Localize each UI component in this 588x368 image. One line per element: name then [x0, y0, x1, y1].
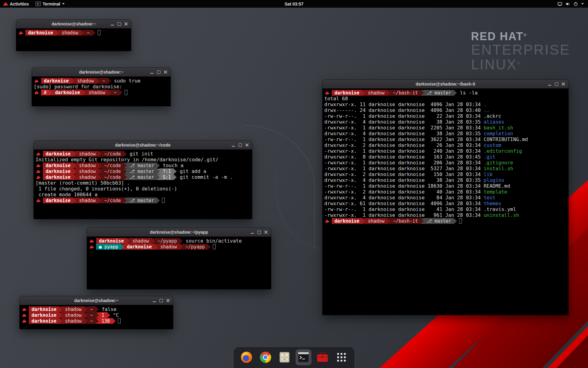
activities-button[interactable]: Activities [0, 0, 32, 8]
titlebar[interactable]: darknoise@shadow:~/bash-it [322, 80, 568, 89]
prompt-segment-path: ~ [111, 90, 119, 95]
close-button[interactable] [123, 21, 129, 27]
window-title: darknoise@shadow:~/code [115, 143, 171, 148]
close-button[interactable] [162, 69, 169, 75]
terminal-content[interactable]: darknoiseshadow~ sudo true[sudo] passwor… [32, 77, 171, 106]
terminal-text: completion [484, 131, 513, 136]
powerline-separator [152, 238, 155, 244]
terminal-line: -rwxrwxr-x. 1 darknoise darknoise 5327 J… [324, 166, 567, 171]
close-button[interactable] [560, 81, 567, 87]
minimize-button[interactable] [230, 142, 237, 148]
prompt-segment-host: shadow [59, 30, 81, 36]
clock-label: Sat 03:57 [285, 2, 303, 6]
titlebar[interactable]: darknoise@shadow:~ [32, 68, 171, 77]
powerline-separator [73, 163, 76, 168]
powerline-separator [157, 169, 160, 174]
redhat-prompt-icon [35, 91, 39, 94]
prompt-segment-path: ~ [87, 312, 96, 318]
terminal-text: template [484, 189, 507, 195]
powerline-separator [84, 312, 87, 318]
terminal-text: CONTRIBUTING.md [484, 136, 528, 142]
maximize-button[interactable] [116, 21, 123, 27]
terminal-content[interactable]: darknoiseshadow~/bash-it⎇ master ls -lat… [322, 89, 568, 315]
prompt-segment-host: shadow [76, 197, 98, 203]
window-home-b[interactable]: darknoise@shadow:~darknoiseshadow~ sudo … [32, 68, 171, 106]
prompt-segment-branch: ⎇ master [127, 168, 157, 174]
prompt-segment-user: darknoise [332, 90, 362, 96]
terminal-text: .git [484, 154, 496, 160]
window-pyapp[interactable]: darknoise@shadow:~/pyappdarknoiseshadow~… [87, 228, 271, 289]
terminal-text: drwxrwxr-x. 4 darknoise darknoise 84 Jan… [324, 195, 484, 201]
firefox-dock-icon[interactable] [239, 349, 254, 365]
terminal-content[interactable]: darknoiseshadow~/code git initInitialize… [34, 150, 252, 219]
terminal-text: -rwxrwxr-x. 1 darknoise darknoise 240 Ja… [324, 148, 484, 154]
brand-enterprise: ENTERPRISE [471, 42, 570, 57]
terminal-content[interactable]: darknoiseshadow~ falsedarknoiseshadow~1 … [20, 305, 173, 329]
maximize-button[interactable] [158, 297, 164, 304]
chrome-dock-icon[interactable] [258, 349, 273, 365]
window-controls [249, 228, 269, 236]
minimize-button[interactable] [109, 21, 116, 27]
window-home-c[interactable]: darknoise@shadow:~darknoiseshadow~ false… [20, 296, 173, 329]
window-bash-it[interactable]: darknoise@shadow:~/bash-itdarknoiseshado… [322, 80, 568, 315]
window-code[interactable]: darknoise@shadow:~/codedarknoiseshadow~/… [34, 141, 252, 219]
powerline-separator [362, 218, 365, 224]
file-manager-dock-icon[interactable] [277, 349, 292, 365]
terminal-text: .travis.yml [484, 206, 516, 212]
prompt-segment-user: darknoise [43, 151, 73, 157]
powerline-separator [124, 169, 127, 174]
maximize-button[interactable] [256, 229, 262, 236]
brand-linux: LINUX® [471, 57, 570, 72]
minimize-button[interactable] [151, 297, 158, 304]
prompt-segment-host: shadow [86, 90, 108, 95]
titlebar[interactable]: darknoise@shadow:~ [20, 296, 173, 305]
terminal-line: drwxrwxr-x. 2 darknoise darknoise 150 Ja… [324, 171, 567, 177]
close-button[interactable] [164, 297, 171, 304]
prompt-segment-host: shadow [76, 163, 98, 168]
terminal-line: -rwxrwxr-x. 2 darknoise darknoise 40 Jan… [324, 189, 567, 195]
close-button[interactable] [243, 142, 250, 148]
powerline-separator [208, 244, 211, 250]
terminal-dock-icon[interactable] [296, 349, 311, 365]
registered-mark-2: ® [517, 61, 521, 65]
terminal-line: Initialized empty Git repository in /hom… [36, 157, 250, 163]
toolbox-dock-icon[interactable] [315, 349, 330, 365]
minimize-button[interactable] [249, 229, 256, 236]
powerline-separator [362, 90, 365, 96]
terminal-line: drwxrwxr-x. 8 darknoise darknoise 163 Ja… [324, 154, 567, 160]
prompt-segment-exit: 1 [99, 312, 107, 318]
maximize-button[interactable] [553, 81, 560, 87]
maximize-button[interactable] [237, 142, 243, 148]
terminal-cursor [213, 244, 216, 249]
close-button[interactable] [262, 229, 269, 236]
terminal-line: drwxrwxr-x. 4 darknoise darknoise 84 Jan… [324, 195, 567, 201]
top-bar: Activities Terminal Sat 03:57 [0, 0, 588, 8]
terminal-text: lib [484, 171, 492, 177]
powerline-separator [83, 90, 86, 95]
system-menu-button[interactable] [554, 0, 588, 8]
titlebar[interactable]: darknoise@shadow:~/code [34, 141, 252, 150]
terminal-text: drwxrwxr-x. 61 darknoise darknoise 4096 … [324, 201, 484, 206]
terminal-line: darknoiseshadow~/code⎇ masterS:1 git com… [36, 174, 250, 180]
powerline-separator [180, 238, 183, 244]
minimize-button[interactable] [149, 69, 155, 75]
terminal-content[interactable]: darknoiseshadow~ [16, 29, 131, 51]
window-home-a[interactable]: darknoise@shadow:~darknoiseshadow~ [16, 20, 131, 51]
prompt-segment-path: ~ [87, 318, 96, 324]
terminal-text: drwxrwxr-x. 2 darknoise darknoise 26 Jan… [324, 142, 484, 148]
registered-mark: ® [523, 33, 527, 37]
clock-button[interactable]: Sat 03:57 [281, 0, 307, 8]
titlebar[interactable]: darknoise@shadow:~/pyapp [87, 228, 271, 237]
maximize-button[interactable] [155, 69, 162, 75]
prompt-segment-venv: ● pyapp [96, 244, 121, 250]
terminal-line: drwxrwxr-x. 4 darknoise darknoise 38 Jan… [324, 131, 567, 136]
redhat-prompt-icon [36, 152, 41, 155]
titlebar[interactable]: darknoise@shadow:~ [16, 20, 131, 29]
minimize-button[interactable] [546, 81, 553, 87]
terminal-text: create mode 100644 a [36, 192, 97, 197]
show-applications-dock-icon[interactable] [334, 349, 349, 365]
prompt-segment-stat: ?:1 [160, 168, 174, 174]
powerline-separator [98, 198, 101, 203]
terminal-content[interactable]: darknoiseshadow~/pyapp source bin/activa… [87, 237, 271, 289]
app-menu-button[interactable]: Terminal [32, 0, 68, 8]
